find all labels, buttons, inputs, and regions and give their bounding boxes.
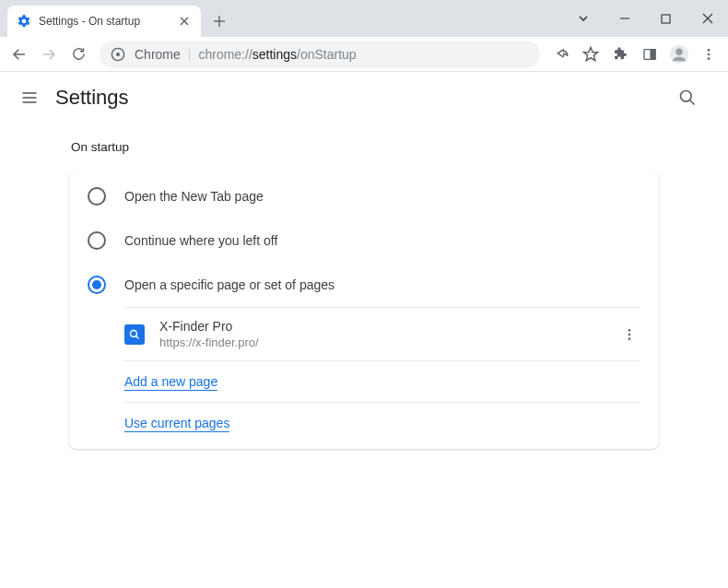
startup-card: Open the New Tab page Continue where you…	[69, 169, 659, 449]
svg-rect-15	[651, 49, 655, 59]
omnibox-tail: /onStartup	[297, 47, 357, 62]
radio-icon	[88, 276, 106, 294]
address-bar[interactable]: Chrome | chrome://settings/onStartup	[100, 41, 540, 68]
toolbar: Chrome | chrome://settings/onStartup	[0, 37, 728, 72]
profile-button[interactable]	[665, 41, 693, 68]
site-favicon	[124, 324, 145, 345]
svg-rect-5	[662, 15, 670, 23]
extensions-button[interactable]	[606, 41, 634, 68]
radio-continue[interactable]: Continue where you left off	[69, 218, 659, 263]
svg-point-20	[708, 57, 710, 60]
svg-point-19	[708, 53, 710, 55]
page-name: X-Finder Pro	[159, 319, 618, 334]
maximize-button[interactable]	[645, 5, 687, 32]
close-tab-button[interactable]	[177, 14, 192, 29]
menu-toggle-button[interactable]	[17, 85, 42, 111]
radio-label: Open the New Tab page	[124, 189, 264, 204]
side-panel-button[interactable]	[636, 41, 663, 68]
svg-point-29	[628, 333, 631, 335]
reload-button[interactable]	[65, 41, 92, 68]
svg-point-17	[675, 48, 682, 54]
window-controls	[562, 0, 728, 37]
back-button[interactable]	[6, 41, 33, 68]
use-current-link[interactable]: Use current pages	[124, 416, 229, 432]
svg-marker-12	[584, 47, 598, 60]
site-info-icon[interactable]	[111, 47, 125, 62]
svg-point-24	[681, 91, 692, 102]
add-page-row: Add a new page	[124, 361, 640, 403]
browser-tab[interactable]: Settings - On startup	[7, 6, 201, 37]
page-info: X-Finder Pro https://x-finder.pro/	[159, 319, 618, 349]
radio-icon	[88, 187, 106, 206]
content-area: On startup Open the New Tab page Continu…	[0, 123, 728, 449]
radio-label: Continue where you left off	[124, 233, 277, 248]
tab-title: Settings - On startup	[39, 15, 177, 28]
page-title: Settings	[55, 86, 129, 110]
omnibox-path: settings	[252, 47, 297, 62]
svg-point-30	[628, 337, 631, 340]
radio-specific-pages[interactable]: Open a specific page or set of pages	[69, 263, 659, 307]
share-button[interactable]	[547, 41, 575, 68]
chevron-down-icon[interactable]	[562, 12, 604, 25]
page-actions-button[interactable]	[618, 327, 640, 342]
startup-page-row: X-Finder Pro https://x-finder.pro/	[124, 308, 640, 361]
gear-icon	[17, 14, 31, 29]
radio-icon	[88, 231, 106, 250]
svg-point-18	[708, 49, 710, 52]
bookmark-button[interactable]	[577, 41, 605, 68]
section-label: On startup	[69, 140, 659, 154]
tab-strip: Settings - On startup	[0, 0, 728, 37]
omnibox-prefix: Chrome	[135, 47, 181, 62]
svg-line-25	[690, 100, 695, 105]
menu-button[interactable]	[695, 41, 722, 68]
radio-label: Open a specific page or set of pages	[124, 277, 335, 292]
add-page-link[interactable]: Add a new page	[124, 374, 217, 391]
page-url: https://x-finder.pro/	[159, 335, 618, 349]
minimize-button[interactable]	[604, 5, 645, 32]
svg-point-11	[116, 53, 120, 56]
use-current-row: Use current pages	[124, 403, 640, 443]
svg-point-26	[131, 330, 137, 336]
radio-open-new-tab[interactable]: Open the New Tab page	[69, 174, 659, 218]
close-window-button[interactable]	[687, 5, 728, 32]
forward-button[interactable]	[35, 41, 63, 68]
search-settings-button[interactable]	[675, 85, 700, 111]
omnibox-host: chrome://	[198, 47, 252, 62]
svg-line-27	[136, 335, 139, 338]
omnibox-separator: |	[188, 47, 192, 62]
new-tab-button[interactable]	[206, 8, 232, 34]
settings-header: Settings	[0, 72, 728, 123]
startup-pages-list: X-Finder Pro https://x-finder.pro/ Add a…	[124, 307, 640, 443]
svg-point-28	[628, 329, 631, 332]
